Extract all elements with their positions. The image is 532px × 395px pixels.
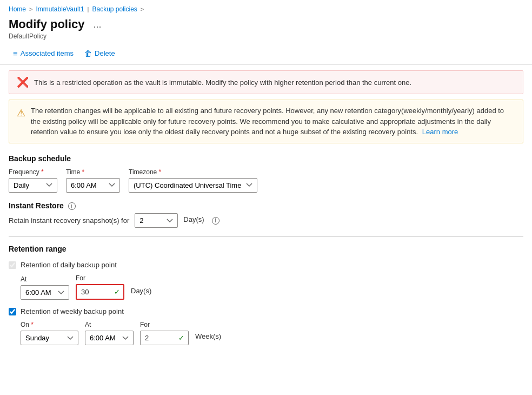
- toolbar: ≡ Associated items 🗑 Delete: [0, 42, 532, 65]
- weekly-for-group: For ✓: [140, 321, 189, 345]
- error-alert: ❌ This is a restricted operation as the …: [9, 70, 523, 94]
- breadcrumb-home[interactable]: Home: [9, 5, 26, 13]
- breadcrumb-sep3: >: [141, 6, 144, 12]
- warning-alert-text: The retention changes will be applicable…: [31, 106, 515, 137]
- time-select[interactable]: 6:00 AM 12:00 AM 6:00 PM: [66, 178, 120, 193]
- weekly-at-label: At: [85, 321, 134, 328]
- daily-checkbox-label: Retention of daily backup point: [21, 261, 117, 269]
- timezone-group: Timezone * (UTC) Coordinated Universal T…: [129, 168, 257, 193]
- breadcrumb-sep2: |: [88, 6, 89, 12]
- error-alert-text: This is a restricted operation as the va…: [34, 78, 411, 87]
- breadcrumb-vault[interactable]: ImmutableVault1: [36, 5, 84, 13]
- snapshot-select[interactable]: 2 1 3 4 5: [135, 213, 178, 228]
- weekly-checkbox-row: Retention of weekly backup point: [9, 307, 523, 315]
- retain-label: Retain instant recovery snapshot(s) for: [9, 216, 129, 225]
- frequency-required: *: [41, 168, 44, 176]
- delete-label: Delete: [95, 49, 115, 57]
- warning-alert: ⚠ The retention changes will be applicab…: [9, 100, 523, 143]
- timezone-required: *: [159, 168, 162, 176]
- weekly-at-group: At 6:00 AM: [85, 321, 134, 345]
- weekly-for-label: For: [140, 321, 189, 328]
- backup-schedule-row: Frequency * Daily Weekly Time * 6:00 AM …: [9, 168, 523, 193]
- snapshot-info-icon[interactable]: i: [212, 217, 220, 225]
- daily-retention-row: At 6:00 AM For ✓ Day(s): [21, 274, 523, 300]
- daily-for-label: For: [76, 274, 124, 282]
- delete-icon: 🗑: [84, 49, 92, 58]
- time-required: *: [82, 168, 85, 176]
- daily-at-label: At: [21, 275, 69, 283]
- weekly-on-label: On *: [21, 321, 78, 328]
- instant-restore-title: Instant Restore: [9, 201, 64, 210]
- time-group: Time * 6:00 AM 12:00 AM 6:00 PM: [66, 168, 120, 193]
- daily-for-input-wrapper: ✓: [76, 284, 124, 300]
- weekly-checkbox-label: Retention of weekly backup point: [21, 307, 124, 315]
- frequency-label: Frequency *: [9, 168, 57, 176]
- warning-icon: ⚠: [17, 106, 25, 121]
- frequency-select[interactable]: Daily Weekly: [9, 178, 57, 193]
- daily-day-label: Day(s): [131, 287, 151, 298]
- page-subtitle: DefaultPolicy: [9, 32, 523, 40]
- weekly-checkbox[interactable]: [9, 308, 16, 315]
- associated-items-label: Associated items: [21, 49, 74, 57]
- daily-checkbox[interactable]: [9, 261, 16, 269]
- daily-for-group: For ✓: [76, 274, 124, 300]
- weekly-for-check-icon: ✓: [178, 334, 184, 342]
- instant-restore-info-icon[interactable]: i: [68, 202, 76, 210]
- daily-checkbox-row: Retention of daily backup point: [9, 261, 523, 269]
- snapshot-row: Retain instant recovery snapshot(s) for …: [9, 213, 523, 228]
- snapshot-input-wrapper: 2 1 3 4 5: [135, 213, 178, 228]
- breadcrumb: Home > ImmutableVault1 | Backup policies…: [0, 0, 532, 16]
- retention-range-title: Retention range: [9, 245, 523, 253]
- weekly-retention-row: On * Sunday Monday Tuesday Wednesday Thu…: [21, 321, 523, 345]
- time-label: Time *: [66, 168, 120, 176]
- ellipsis-button[interactable]: ...: [90, 18, 105, 31]
- learn-more-link[interactable]: Learn more: [422, 128, 458, 136]
- delete-button[interactable]: 🗑 Delete: [80, 47, 119, 60]
- divider: [9, 236, 523, 237]
- backup-schedule-title: Backup schedule: [9, 154, 523, 163]
- breadcrumb-sep1: >: [29, 6, 32, 12]
- daily-for-check-icon: ✓: [114, 288, 120, 296]
- weekly-on-group: On * Sunday Monday Tuesday Wednesday Thu…: [21, 321, 78, 345]
- error-icon: ❌: [17, 76, 29, 88]
- weekly-on-select[interactable]: Sunday Monday Tuesday Wednesday Thursday…: [21, 331, 78, 345]
- day-label: Day(s): [183, 215, 204, 223]
- main-content: Backup schedule Frequency * Daily Weekly…: [0, 148, 532, 356]
- page-title: Modify policy: [9, 17, 85, 31]
- daily-at-select[interactable]: 6:00 AM: [21, 285, 69, 300]
- weekly-for-input-wrapper: ✓: [140, 331, 189, 345]
- daily-at-group: At 6:00 AM: [21, 275, 69, 300]
- timezone-label: Timezone *: [129, 168, 257, 176]
- breadcrumb-policies[interactable]: Backup policies: [92, 5, 137, 13]
- page-header: Modify policy ... DefaultPolicy: [0, 16, 532, 42]
- list-icon: ≡: [13, 49, 18, 58]
- timezone-select[interactable]: (UTC) Coordinated Universal Time (UTC+05…: [129, 178, 257, 193]
- associated-items-button[interactable]: ≡ Associated items: [9, 47, 78, 60]
- weekly-week-label: Week(s): [195, 332, 221, 343]
- frequency-group: Frequency * Daily Weekly: [9, 168, 57, 193]
- weekly-at-select[interactable]: 6:00 AM: [85, 331, 134, 345]
